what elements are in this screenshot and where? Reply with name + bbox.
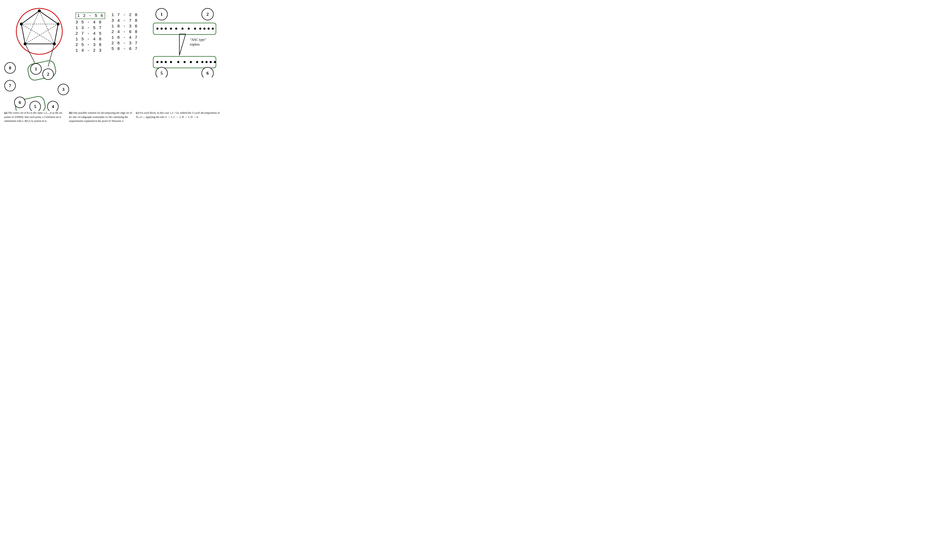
caption-a-text: The vertex set of K₈ is the same 1,2,...… xyxy=(4,111,62,122)
svg-point-47 xyxy=(188,27,190,30)
svg-point-59 xyxy=(157,61,158,63)
svg-point-65 xyxy=(190,61,192,63)
svg-point-48 xyxy=(194,27,196,30)
svg-text:8: 8 xyxy=(9,65,11,71)
fig-c-svg: 1 2 xyxy=(147,6,222,77)
svg-point-11 xyxy=(38,9,41,12)
pair-row: 1 8 - 3 6 xyxy=(111,24,138,29)
svg-point-45 xyxy=(175,27,177,30)
svg-text:3: 3 xyxy=(62,87,65,92)
caption-b: (b) One possible solution for decomposin… xyxy=(69,111,134,123)
svg-point-46 xyxy=(181,27,184,30)
svg-text:5: 5 xyxy=(34,104,36,109)
svg-point-49 xyxy=(199,27,201,30)
pair-row: 1 6 - 4 7 xyxy=(111,35,138,40)
svg-point-61 xyxy=(165,61,167,63)
svg-text:"AAC type": "AAC type" xyxy=(190,38,206,42)
svg-point-50 xyxy=(203,27,205,30)
svg-text:7: 7 xyxy=(9,83,11,88)
svg-point-44 xyxy=(170,27,172,30)
pair-row: 2 4 - 6 8 xyxy=(111,29,138,34)
caption-b-text: One possible solution for decomposing th… xyxy=(69,111,132,122)
svg-point-66 xyxy=(196,61,198,63)
svg-text:5: 5 xyxy=(160,71,163,76)
figure-c: 1 2 xyxy=(142,4,227,77)
svg-point-63 xyxy=(177,61,179,63)
svg-point-68 xyxy=(205,61,208,63)
svg-point-15 xyxy=(20,23,23,26)
caption-b-bold: (b) xyxy=(69,111,72,114)
svg-text:4: 4 xyxy=(52,104,54,109)
svg-point-62 xyxy=(170,61,172,63)
svg-line-4 xyxy=(21,24,25,44)
pair-row-highlighted: 1 2 - 5 6 xyxy=(75,12,105,19)
svg-text:1: 1 xyxy=(35,66,37,71)
svg-line-10 xyxy=(21,24,54,44)
svg-point-64 xyxy=(184,61,185,63)
svg-point-42 xyxy=(161,27,163,30)
figure-b: 1 2 - 5 6 3 5 - 4 6 1 3 - 5 7 2 7 - 4 5 … xyxy=(73,4,140,53)
pair-row: 1 5 - 4 8 xyxy=(75,37,105,42)
svg-point-51 xyxy=(208,27,210,30)
pair-row: 2 6 - 3 7 xyxy=(111,41,138,45)
svg-point-0 xyxy=(16,8,62,54)
pair-row: 2 5 - 3 8 xyxy=(75,42,105,47)
svg-rect-40 xyxy=(153,23,216,35)
fig-a-svg: 1 2 3 4 5 6 7 xyxy=(4,4,71,111)
svg-line-54 xyxy=(179,34,185,56)
pair-row: 3 4 - 7 8 xyxy=(111,18,138,23)
svg-text:6: 6 xyxy=(19,100,21,105)
svg-line-1 xyxy=(39,11,58,24)
svg-line-16 xyxy=(25,44,36,66)
pairs-col-1: 1 2 - 5 6 3 5 - 4 6 1 3 - 5 7 2 7 - 4 5 … xyxy=(75,12,105,53)
svg-text:triplets: triplets xyxy=(190,42,200,47)
pair-row: 2 7 - 4 5 xyxy=(75,31,105,36)
caption-c-bold: (c) xyxy=(136,111,139,114)
main-container: 1 2 3 4 5 6 7 xyxy=(4,4,227,123)
svg-point-60 xyxy=(161,61,163,63)
pair-row: 1 7 - 2 8 xyxy=(111,12,138,17)
figures-row: 1 2 3 4 5 6 7 xyxy=(4,4,227,108)
caption-c: (c) For each block, in this case 1,2 : 5… xyxy=(136,111,227,119)
caption-a-bold: (a) xyxy=(4,111,7,114)
svg-point-12 xyxy=(57,23,60,26)
caption-c-text: For each block, in this case 1,2 : 5,6, … xyxy=(136,111,220,119)
svg-text:6: 6 xyxy=(206,71,209,76)
svg-text:2: 2 xyxy=(206,12,209,17)
pairs-table: 1 2 - 5 6 3 5 - 4 6 1 3 - 5 7 2 7 - 4 5 … xyxy=(75,12,138,53)
svg-point-52 xyxy=(212,27,214,30)
captions-row: (a) The vertex set of K₈ is the same 1,2… xyxy=(4,111,227,123)
svg-point-41 xyxy=(157,27,158,30)
svg-text:1: 1 xyxy=(160,12,163,17)
pair-row: 5 8 - 6 7 xyxy=(111,47,138,51)
svg-point-70 xyxy=(214,61,216,63)
svg-point-67 xyxy=(201,61,203,63)
svg-point-69 xyxy=(210,61,212,63)
pair-row: 1 4 - 2 3 xyxy=(75,48,105,53)
svg-line-2 xyxy=(54,24,58,44)
pair-row: 1 3 - 5 7 xyxy=(75,26,105,30)
pair-row: 3 5 - 4 6 xyxy=(75,20,105,25)
svg-point-43 xyxy=(165,27,167,30)
pairs-col-2: 1 7 - 2 8 3 4 - 7 8 1 8 - 3 6 2 4 - 6 8 … xyxy=(111,12,138,53)
svg-line-8 xyxy=(25,24,58,44)
caption-a: (a) The vertex set of K₈ is the same 1,2… xyxy=(4,111,67,123)
svg-text:2: 2 xyxy=(47,71,49,77)
figure-a: 1 2 3 4 5 6 7 xyxy=(4,4,71,108)
